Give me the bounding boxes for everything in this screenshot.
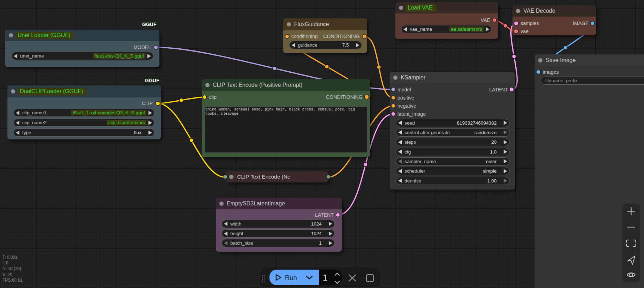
svg-text:Run: Run [285, 274, 297, 281]
svg-text:1: 1 [323, 273, 327, 282]
